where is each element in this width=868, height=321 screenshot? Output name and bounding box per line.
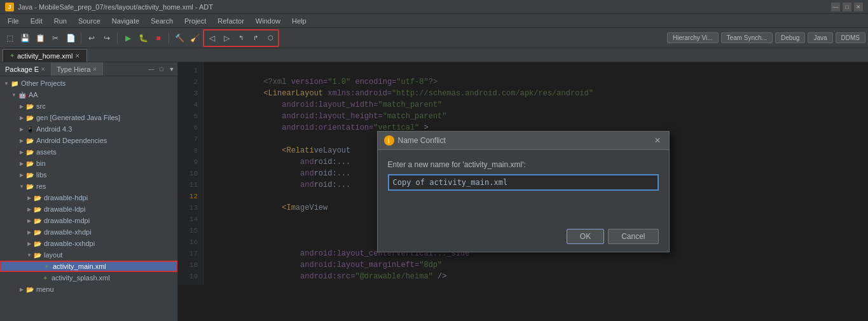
editor-tab-activity-home[interactable]: ✦ activity_home.xml ✕: [3, 49, 87, 62]
tree-arrow-android-deps: ▶: [18, 137, 25, 144]
toolbar-btn-nav1[interactable]: ↰: [234, 31, 248, 45]
tree-label-android-deps: Android Dependencies: [36, 137, 107, 144]
dialog-ok-button[interactable]: OK: [567, 229, 604, 244]
toolbar-btn-1[interactable]: ⬚: [3, 31, 17, 45]
typehiera-tab-x[interactable]: ✕: [92, 66, 97, 72]
package-tab-x[interactable]: ✕: [41, 66, 46, 72]
tree-bin[interactable]: ▶ 📂 bin: [0, 158, 177, 169]
tree-res[interactable]: ▼ 📂 res: [0, 181, 177, 192]
toolbar-btn-5[interactable]: 📄: [64, 31, 78, 45]
dialog-cancel-button[interactable]: Cancel: [608, 229, 658, 244]
toolbar-btn-2[interactable]: 💾: [18, 31, 32, 45]
tree-src[interactable]: ▶ 📂 src: [0, 100, 177, 112]
tree-drawable-xxhdpi[interactable]: ▶ 📂 drawable-xxhdpi: [0, 238, 177, 249]
dialog-info-icon: i: [384, 135, 394, 146]
toolbar-btn-back[interactable]: ◁: [205, 31, 219, 45]
toolbar-java-btn[interactable]: Java: [808, 32, 832, 43]
tree-label-other-projects: Other Projects: [21, 79, 65, 87]
panel-expand-btn[interactable]: □: [157, 65, 166, 74]
menu-refactor[interactable]: Refactor: [212, 16, 249, 26]
folder-icon: 📁: [10, 79, 19, 88]
toolbar-hierarchy-btn[interactable]: Hierarchy Vi...: [667, 32, 719, 43]
tree-label-drawable-ldpi: drawable-ldpi: [44, 205, 85, 213]
menu-project[interactable]: Project: [179, 16, 211, 26]
file-tree[interactable]: ▼ 📁 Other Projects ▼ 🤖 AA ▶ 📂 src ▶: [0, 76, 177, 321]
menu-window[interactable]: Window: [251, 16, 286, 26]
xml-icon: ✦: [10, 52, 15, 59]
panel-menu-btn[interactable]: ▼: [167, 65, 176, 74]
toolbar-btn-6[interactable]: ↩: [85, 31, 99, 45]
new-name-input[interactable]: [388, 174, 659, 191]
dialog-title-left: i Name Conflict: [384, 135, 446, 146]
tree-drawable-mdpi[interactable]: ▶ 📂 drawable-mdpi: [0, 215, 177, 226]
tree-label-activity-splash: activity_splash.xml: [52, 274, 110, 282]
toolbar-btn-clean[interactable]: 🧹: [188, 31, 202, 45]
close-button[interactable]: ✕: [854, 3, 863, 11]
tree-android43[interactable]: ▶ 📱 Android 4.3: [0, 123, 177, 135]
dialog-close-button[interactable]: ✕: [652, 135, 663, 146]
tree-aa[interactable]: ▼ 🤖 AA: [0, 89, 177, 100]
tree-activity-splash[interactable]: ▶ ✦ activity_splash.xml: [0, 272, 177, 283]
toolbar-btn-nav2[interactable]: ↱: [249, 31, 263, 45]
tree-activity-main[interactable]: ▶ ✦ activity_main.xml: [0, 261, 177, 272]
menu-run[interactable]: Run: [49, 16, 72, 26]
name-conflict-dialog: i Name Conflict ✕ Enter a new name for '…: [377, 131, 670, 252]
minimize-button[interactable]: —: [831, 3, 840, 11]
panel-collapse-btn[interactable]: —: [147, 65, 156, 74]
toolbar-btn-7[interactable]: ↪: [100, 31, 114, 45]
editor-tab-label: activity_home.xml: [17, 52, 72, 60]
toolbar-debug-btn[interactable]: Debug: [775, 32, 805, 43]
app-icon: J: [5, 3, 14, 11]
tree-arrow-drawable-xxhdpi: ▶: [25, 240, 33, 247]
menu-edit[interactable]: Edit: [25, 16, 48, 26]
panel-tab-typehiera[interactable]: Type Hiera ✕: [52, 62, 103, 76]
panel-tab-package[interactable]: Package E ✕: [0, 62, 52, 76]
assets-icon: 📂: [25, 147, 34, 156]
tree-label-menu: menu: [36, 285, 54, 293]
toolbar-nav-group: ◁ ▷ ↰ ↱ ⬡: [203, 29, 279, 47]
title-bar-controls[interactable]: — □ ✕: [831, 3, 863, 11]
tree-arrow-layout: ▼: [25, 251, 33, 259]
tree-arrow-drawable-hdpi: ▶: [25, 194, 33, 201]
maximize-button[interactable]: □: [843, 3, 851, 11]
android-icon: 🤖: [18, 90, 27, 99]
toolbar-btn-debug[interactable]: 🐛: [136, 31, 150, 45]
drawable-ldpi-icon: 📂: [33, 205, 42, 214]
toolbar-btn-stop[interactable]: ■: [151, 31, 165, 45]
menu-file[interactable]: File: [3, 16, 24, 26]
toolbar-btn-nav3[interactable]: ⬡: [263, 31, 277, 45]
editor-tab-close[interactable]: ✕: [75, 53, 80, 59]
menu-source[interactable]: Source: [73, 16, 106, 26]
left-panel-tabs: Package E ✕ Type Hiera ✕ — □ ▼: [0, 62, 177, 76]
tree-arrow-bin: ▶: [18, 160, 25, 167]
menu-navigate[interactable]: Navigate: [107, 16, 144, 26]
tree-arrow-drawable-xhdpi: ▶: [25, 228, 33, 236]
tree-gen[interactable]: ▶ 📂 gen [Generated Java Files]: [0, 112, 177, 123]
tree-other-projects[interactable]: ▼ 📁 Other Projects: [0, 78, 177, 89]
toolbar-btn-run[interactable]: ▶: [121, 31, 135, 45]
toolbar-btn-build[interactable]: 🔨: [172, 31, 186, 45]
tree-label-drawable-xhdpi: drawable-xhdpi: [44, 228, 92, 236]
toolbar-btn-3[interactable]: 📋: [33, 31, 47, 45]
tree-android-deps[interactable]: ▶ 📂 Android Dependencies: [0, 135, 177, 146]
menu-search[interactable]: Search: [146, 16, 178, 26]
layout-icon: 📂: [33, 250, 42, 259]
toolbar-btn-forward[interactable]: ▷: [219, 31, 233, 45]
toolbar-ddms-btn[interactable]: DDMS: [836, 32, 865, 43]
menu-help[interactable]: Help: [287, 16, 312, 26]
gen-icon: 📂: [25, 113, 34, 122]
tree-arrow-libs: ▶: [18, 171, 25, 179]
tree-libs[interactable]: ▶ 📂 libs: [0, 169, 177, 181]
tree-assets[interactable]: ▶ 📂 assets: [0, 146, 177, 158]
window-title: Java - MobileSafe_prep_07/res/layout/act…: [18, 3, 213, 11]
tree-layout[interactable]: ▼ 📂 layout: [0, 249, 177, 261]
toolbar-team-btn[interactable]: Team Synch...: [721, 32, 773, 43]
tree-drawable-ldpi[interactable]: ▶ 📂 drawable-ldpi: [0, 203, 177, 215]
toolbar-btn-4[interactable]: ✂: [48, 31, 62, 45]
tree-drawable-hdpi[interactable]: ▶ 📂 drawable-hdpi: [0, 192, 177, 203]
dialog-icon-text: i: [388, 137, 390, 144]
tree-menu[interactable]: ▶ 📂 menu: [0, 283, 177, 295]
toolbar-sep-3: [169, 32, 169, 44]
toolbar-right: Hierarchy Vi... Team Synch... Debug Java…: [667, 32, 865, 43]
tree-drawable-xhdpi[interactable]: ▶ 📂 drawable-xhdpi: [0, 226, 177, 238]
